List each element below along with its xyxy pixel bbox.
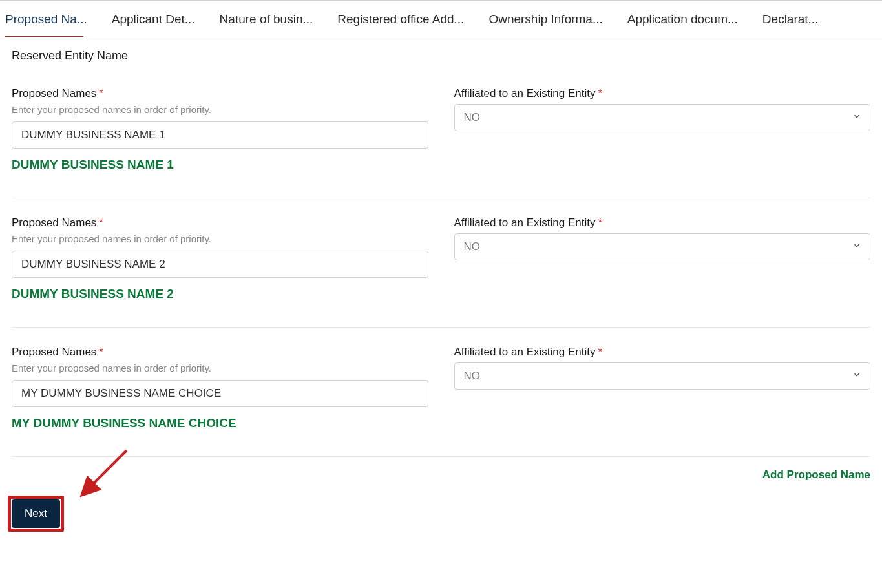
affiliated-select-wrapper: NO <box>454 362 871 390</box>
confirmed-name-3: MY DUMMY BUSINESS NAME CHOICE <box>12 416 428 430</box>
tab-application-documents[interactable]: Application docum... <box>627 1 748 37</box>
required-marker: * <box>598 346 602 358</box>
affiliated-select-wrapper: NO <box>454 233 871 260</box>
proposed-name-input-3[interactable] <box>12 380 428 407</box>
proposed-name-row: Proposed Names* Enter your proposed name… <box>12 216 870 328</box>
confirmed-name-1: DUMMY BUSINESS NAME 1 <box>12 158 428 172</box>
proposed-names-label: Proposed Names* <box>12 216 428 229</box>
add-proposed-name-link[interactable]: Add Proposed Name <box>762 468 870 481</box>
tab-ownership-information[interactable]: Ownership Informa... <box>488 1 613 37</box>
required-marker: * <box>99 346 103 358</box>
proposed-names-label: Proposed Names* <box>12 346 428 359</box>
tab-applicant-details[interactable]: Applicant Det... <box>112 1 205 37</box>
proposed-name-col: Proposed Names* Enter your proposed name… <box>12 346 428 430</box>
helper-text: Enter your proposed names in order of pr… <box>12 362 428 373</box>
affiliated-label: Affiliated to an Existing Entity* <box>454 346 871 359</box>
tab-nature-of-business[interactable]: Nature of busin... <box>220 1 324 37</box>
form-content: Reserved Entity Name Proposed Names* Ent… <box>0 37 882 540</box>
proposed-names-label: Proposed Names* <box>12 87 428 100</box>
proposed-name-row: Proposed Names* Enter your proposed name… <box>12 346 870 457</box>
affiliated-select-wrapper: NO <box>454 104 871 131</box>
affiliated-col: Affiliated to an Existing Entity* NO <box>454 216 871 301</box>
next-button[interactable]: Next <box>12 499 60 528</box>
proposed-name-input-1[interactable] <box>12 121 428 149</box>
proposed-name-col: Proposed Names* Enter your proposed name… <box>12 216 428 301</box>
tabs-container: Proposed Na... Applicant Det... Nature o… <box>0 1 882 37</box>
required-marker: * <box>99 87 103 100</box>
required-marker: * <box>598 216 602 229</box>
helper-text: Enter your proposed names in order of pr… <box>12 104 428 115</box>
affiliated-select-3[interactable]: NO <box>454 362 871 390</box>
section-title: Reserved Entity Name <box>12 49 870 63</box>
affiliated-select-2[interactable]: NO <box>454 233 871 260</box>
affiliated-col: Affiliated to an Existing Entity* NO <box>454 346 871 430</box>
affiliated-label: Affiliated to an Existing Entity* <box>454 216 871 229</box>
add-link-row: Add Proposed Name <box>12 468 870 481</box>
next-button-container: Next <box>12 499 60 528</box>
tab-proposed-names[interactable]: Proposed Na... <box>5 1 98 37</box>
helper-text: Enter your proposed names in order of pr… <box>12 233 428 244</box>
tab-declaration[interactable]: Declarat... <box>762 1 829 37</box>
tab-registered-office-address[interactable]: Registered office Add... <box>337 1 474 37</box>
proposed-name-col: Proposed Names* Enter your proposed name… <box>12 87 428 172</box>
confirmed-name-2: DUMMY BUSINESS NAME 2 <box>12 287 428 301</box>
proposed-name-row: Proposed Names* Enter your proposed name… <box>12 87 870 198</box>
required-marker: * <box>99 216 103 229</box>
affiliated-label: Affiliated to an Existing Entity* <box>454 87 871 100</box>
proposed-name-input-2[interactable] <box>12 251 428 278</box>
affiliated-col: Affiliated to an Existing Entity* NO <box>454 87 871 172</box>
required-marker: * <box>598 87 602 100</box>
affiliated-select-1[interactable]: NO <box>454 104 871 131</box>
